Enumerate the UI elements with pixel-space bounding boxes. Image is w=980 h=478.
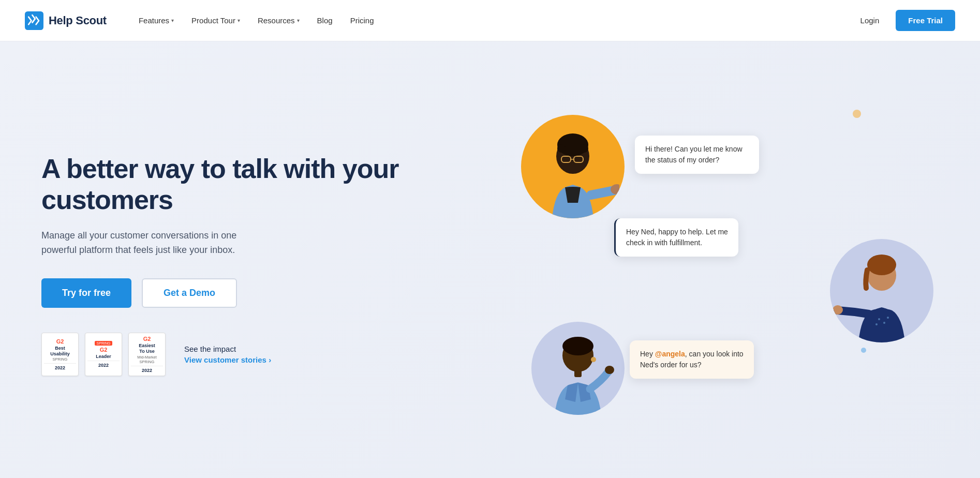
nav-pricing[interactable]: Pricing [343,12,381,29]
avatar-angela [531,322,625,415]
chat-scene: Hi there! Can you let me know the status… [490,104,939,425]
svg-point-11 [878,318,880,320]
nav-links: Features ▾ Product Tour ▾ Resources ▾ Bl… [131,12,852,29]
hero-subtitle: Manage all your customer conversations i… [41,228,269,258]
hero-left: A better way to talk with your customers… [41,154,490,376]
chevron-down-icon: ▾ [171,18,174,23]
chat-bubble-3: Hey @angela, can you look into Ned's ord… [630,340,754,379]
chevron-down-icon: ▾ [297,18,300,23]
badges-section: G2 BestUsability SPRING 2022 SPRING G2 L… [41,333,469,376]
svg-point-6 [557,144,566,153]
svg-point-17 [562,337,593,355]
helpscout-logo-icon [25,11,43,30]
badge-easiest-to-use: G2 EasiestTo Use Mid-MarketSPRING 2022 [128,333,166,376]
nav-features[interactable]: Features ▾ [131,12,181,29]
person-2-illustration [830,239,933,342]
person-3-illustration [534,324,622,415]
logo-text: Help Scout [49,14,107,27]
impact-section: See the impact View customer stories › [184,345,271,364]
get-demo-button[interactable]: Get a Demo [142,278,237,308]
free-trial-button[interactable]: Free Trial [896,10,955,31]
login-button[interactable]: Login [852,12,888,29]
decorative-dot-2 [861,348,866,353]
hero-illustration: Hi there! Can you let me know the status… [490,104,939,425]
person-1-illustration [526,120,619,218]
hero-title: A better way to talk with your customers [41,154,469,216]
svg-point-7 [580,144,588,153]
svg-point-13 [875,323,878,325]
svg-point-18 [591,357,596,362]
navbar: Help Scout Features ▾ Product Tour ▾ Res… [0,0,980,41]
svg-point-20 [605,366,614,374]
avatar-customer [521,115,625,218]
badge-best-usability: G2 BestUsability SPRING 2022 [41,333,79,376]
avatar-agent [830,239,933,342]
nav-right: Login Free Trial [852,10,955,31]
hero-section: A better way to talk with your customers… [0,41,980,478]
chevron-down-icon: ▾ [237,18,240,23]
decorative-dot-1 [853,110,861,118]
impact-label: See the impact [184,345,271,353]
svg-point-15 [833,305,843,315]
mention-angela: @angela [655,350,685,358]
hero-buttons: Try for free Get a Demo [41,278,469,308]
chat-bubble-1: Hi there! Can you let me know the status… [635,136,759,174]
awards-badges: G2 BestUsability SPRING 2022 SPRING G2 L… [41,333,166,376]
svg-point-10 [867,255,896,275]
nav-product-tour[interactable]: Product Tour ▾ [184,12,247,29]
svg-point-14 [887,317,889,319]
logo[interactable]: Help Scout [25,11,107,30]
svg-point-12 [883,322,885,324]
chat-bubble-2: Hey Ned, happy to help. Let me check in … [614,218,738,257]
svg-rect-19 [574,370,582,377]
try-free-button[interactable]: Try for free [41,278,131,308]
nav-resources[interactable]: Resources ▾ [250,12,307,29]
badge-leader: SPRING G2 Leader 2022 [85,333,122,376]
customer-stories-link[interactable]: View customer stories › [184,355,271,364]
nav-blog[interactable]: Blog [310,12,340,29]
